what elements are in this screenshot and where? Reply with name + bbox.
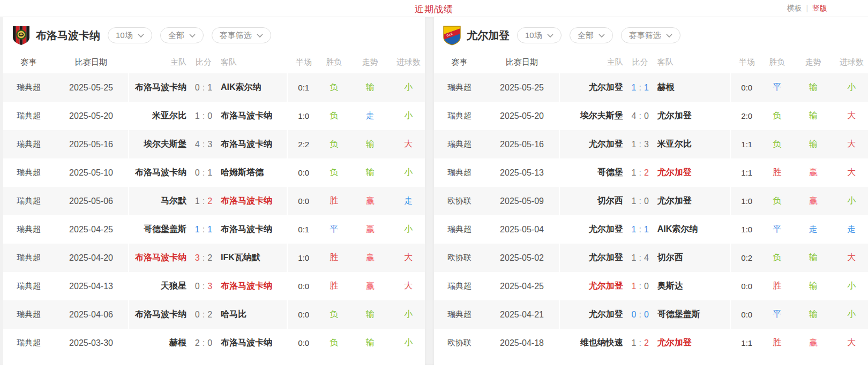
away-team[interactable]: 布洛马波卡纳 (221, 139, 287, 150)
match-row[interactable]: 瑞典超 2025-04-25 尤尔加登 1:0 奥斯达 0:0 胜 输 小 (434, 272, 868, 300)
match-row[interactable]: 瑞典超 2025-05-04 尤尔加登 1:1 AIK索尔纳 1:0 平 走 走 (434, 215, 868, 244)
final-score: 0:1 (186, 83, 221, 93)
win-loss-badge: 胜 (763, 337, 792, 349)
away-team[interactable]: 布洛马波卡纳 (221, 337, 287, 349)
home-team[interactable]: 布洛马波卡纳 (129, 82, 186, 93)
away-team[interactable]: 赫根 (657, 82, 730, 93)
match-row[interactable]: 瑞典超 2025-05-13 哥德堡 1:2 尤尔加登 1:1 胜 赢 大 (434, 158, 868, 187)
away-team[interactable]: 米亚尔比 (657, 139, 730, 150)
away-team[interactable]: AIK索尔纳 (221, 82, 287, 93)
home-team[interactable]: 尤尔加登 (560, 309, 623, 320)
away-team[interactable]: 奥斯达 (657, 281, 730, 292)
home-team[interactable]: 布洛马波卡纳 (129, 309, 186, 320)
match-count-dropdown[interactable]: 10场 (108, 27, 152, 43)
away-team[interactable]: 布洛马波卡纳 (221, 224, 287, 235)
home-goals: 2 (195, 338, 200, 347)
match-date: 2025-05-25 (54, 83, 128, 93)
goals-over-under-badge: 大 (835, 167, 868, 178)
match-row[interactable]: 瑞典超 2025-04-21 尤尔加登 0:0 哥德堡盖斯 0:0 平 输 小 (434, 300, 868, 329)
half-time-score: 0:0 (731, 282, 763, 291)
league-name: 瑞典超 (3, 139, 54, 149)
league-name: 欧协联 (434, 253, 485, 263)
away-goals: 4 (644, 253, 649, 262)
table-header: 赛事 比赛日期 主队 比分 客队 半场 胜负 走势 进球数 (434, 51, 868, 73)
match-row[interactable]: 瑞典超 2025-05-20 米亚尔比 1:0 布洛马波卡纳 1:0 负 走 小 (3, 102, 425, 130)
half-time-score: 2:0 (731, 111, 763, 120)
team-name: 尤尔加登 (467, 28, 510, 43)
match-row[interactable]: 瑞典超 2025-04-06 布洛马波卡纳 0:2 哈马比 0:0 负 输 小 (3, 300, 425, 329)
home-team[interactable]: 切尔西 (560, 195, 623, 207)
away-team[interactable]: 尤尔加登 (657, 167, 730, 178)
home-team[interactable]: 天狼星 (129, 281, 186, 292)
col-date: 比赛日期 (54, 57, 128, 67)
col-away: 客队 (657, 57, 730, 67)
table-header: 赛事 比赛日期 主队 比分 客队 半场 胜负 走势 进球数 (3, 51, 425, 73)
away-team[interactable]: 哈姆斯塔德 (221, 167, 287, 178)
chevron-down-icon (598, 34, 605, 38)
away-team[interactable]: AIK索尔纳 (657, 224, 730, 235)
home-team[interactable]: 尤尔加登 (560, 82, 623, 93)
half-time-score: 2:2 (288, 140, 320, 149)
match-row[interactable]: 瑞典超 2025-04-13 天狼星 0:3 布洛马波卡纳 0:0 胜 赢 大 (3, 272, 425, 300)
handicap-trend-badge: 输 (791, 110, 835, 122)
away-team[interactable]: 布洛马波卡纳 (221, 110, 287, 122)
match-row[interactable]: 瑞典超 2025-03-30 赫根 2:0 布洛马波卡纳 0:0 负 输 小 (3, 329, 425, 357)
match-row[interactable]: 瑞典超 2025-05-20 埃尔夫斯堡 4:0 尤尔加登 2:0 负 输 大 (434, 102, 868, 130)
away-team[interactable]: IFK瓦纳默 (221, 252, 287, 263)
league-name: 瑞典超 (3, 82, 54, 93)
goals-over-under-badge: 小 (835, 281, 868, 292)
win-loss-badge: 胜 (320, 281, 349, 292)
home-team[interactable]: 尤尔加登 (560, 224, 623, 235)
home-team[interactable]: 尤尔加登 (560, 139, 623, 150)
competition-filter-dropdown[interactable]: 赛事筛选 (212, 27, 271, 43)
home-team[interactable]: 尤尔加登 (560, 252, 623, 263)
home-team[interactable]: 哥德堡 (560, 167, 623, 178)
venue-filter-dropdown[interactable]: 全部 (160, 27, 204, 43)
match-row[interactable]: 欧协联 2025-05-02 尤尔加登 1:4 切尔西 0:2 负 输 大 (434, 244, 868, 272)
home-team[interactable]: 赫根 (129, 337, 186, 349)
half-time-score: 0:0 (288, 338, 320, 347)
goals-over-under-badge: 走 (392, 195, 425, 207)
away-team[interactable]: 尤尔加登 (657, 337, 730, 349)
match-count-dropdown[interactable]: 10场 (517, 27, 562, 43)
vertical-view-link[interactable]: 竖版 (812, 4, 827, 12)
home-team[interactable]: 米亚尔比 (129, 110, 186, 122)
goals-over-under-badge: 小 (392, 337, 425, 349)
match-row[interactable]: 瑞典超 2025-05-16 埃尔夫斯堡 4:3 布洛马波卡纳 2:2 负 输 … (3, 130, 425, 158)
competition-filter-dropdown[interactable]: 赛事筛选 (621, 27, 680, 43)
home-team[interactable]: 埃尔夫斯堡 (560, 110, 623, 122)
home-team[interactable]: 布洛马波卡纳 (129, 167, 186, 178)
match-row[interactable]: 瑞典超 2025-04-25 哥德堡盖斯 1:1 布洛马波卡纳 0:1 平 赢 … (3, 215, 425, 244)
home-goals: 1 (632, 196, 637, 206)
final-score: 3:2 (186, 253, 221, 263)
home-team[interactable]: 马尔默 (129, 195, 186, 207)
col-home: 主队 (129, 57, 186, 67)
home-team[interactable]: 哥德堡盖斯 (129, 224, 186, 235)
match-row[interactable]: 瑞典超 2025-04-20 布洛马波卡纳 3:2 IFK瓦纳默 1:0 胜 赢… (3, 244, 425, 272)
home-team[interactable]: 布洛马波卡纳 (129, 252, 186, 263)
panel-header: D.I.F. 尤尔加登 10场 全部 赛事筛选 (434, 24, 868, 47)
handicap-trend-badge: 输 (791, 252, 835, 263)
venue-filter-dropdown[interactable]: 全部 (570, 27, 613, 43)
away-team[interactable]: 尤尔加登 (657, 110, 730, 122)
match-row[interactable]: 瑞典超 2025-05-06 马尔默 1:2 布洛马波卡纳 0:0 胜 赢 走 (3, 187, 425, 215)
home-team[interactable]: 维也纳快速 (560, 337, 623, 349)
horizontal-view-link[interactable]: 横板 (787, 4, 802, 12)
away-team[interactable]: 哥德堡盖斯 (657, 309, 730, 320)
away-team[interactable]: 布洛马波卡纳 (221, 281, 287, 292)
home-team[interactable]: 埃尔夫斯堡 (129, 139, 186, 150)
match-row[interactable]: 瑞典超 2025-05-16 尤尔加登 1:3 米亚尔比 1:1 负 输 大 (434, 130, 868, 158)
away-team[interactable]: 切尔西 (657, 252, 730, 263)
away-team[interactable]: 布洛马波卡纳 (221, 195, 287, 207)
match-row[interactable]: 欧协联 2025-05-09 切尔西 1:0 尤尔加登 1:0 负 赢 小 (434, 187, 868, 215)
away-team[interactable]: 哈马比 (221, 309, 287, 320)
match-row[interactable]: 欧协联 2025-04-18 维也纳快速 1:2 尤尔加登 1:1 胜 赢 大 (434, 329, 868, 357)
home-team[interactable]: 尤尔加登 (560, 281, 623, 292)
away-team[interactable]: 尤尔加登 (657, 195, 730, 207)
match-row[interactable]: 瑞典超 2025-05-25 尤尔加登 1:1 赫根 0:0 平 输 小 (434, 73, 868, 102)
match-row[interactable]: 瑞典超 2025-05-10 布洛马波卡纳 0:1 哈姆斯塔德 0:0 负 输 … (3, 158, 425, 187)
match-row[interactable]: 瑞典超 2025-05-25 布洛马波卡纳 0:1 AIK索尔纳 0:1 负 输… (3, 73, 425, 102)
away-goals: 1 (644, 83, 649, 92)
home-goals: 1 (632, 338, 637, 347)
chevron-down-icon (189, 34, 196, 38)
